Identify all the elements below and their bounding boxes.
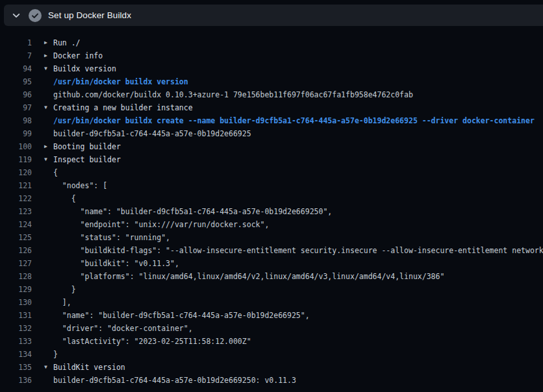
line-number[interactable]: 135 <box>0 361 32 374</box>
log-group-row[interactable]: 100▶Booting builder <box>0 140 543 153</box>
line-number[interactable]: 96 <box>0 88 32 101</box>
line-number[interactable]: 132 <box>0 322 32 335</box>
log-text: { <box>53 166 543 179</box>
line-number[interactable]: 99 <box>0 127 32 140</box>
group-label: Run ./ <box>53 36 543 49</box>
line-number[interactable]: 98 <box>0 114 32 127</box>
line-number[interactable]: 128 <box>0 270 32 283</box>
log-row: 98/usr/bin/docker buildx create --name b… <box>0 114 543 127</box>
line-number[interactable]: 123 <box>0 205 32 218</box>
log-text: "driver": "docker-container", <box>53 322 543 335</box>
gutter-spacer <box>44 374 53 387</box>
gutter-spacer <box>44 348 53 361</box>
line-number[interactable]: 94 <box>0 62 32 75</box>
log-group-row[interactable]: 97▼Creating a new builder instance <box>0 101 543 114</box>
check-circle-icon <box>29 9 42 22</box>
log-row: 120{ <box>0 166 543 179</box>
log-row: 95/usr/bin/docker buildx version <box>0 75 543 88</box>
line-number[interactable]: 7 <box>0 49 32 62</box>
gutter-spacer <box>44 231 53 244</box>
log-row: 121 "nodes": [ <box>0 179 543 192</box>
line-number[interactable]: 126 <box>0 244 32 257</box>
line-number[interactable]: 136 <box>0 374 32 387</box>
triangle-down-icon: ▼ <box>44 361 53 374</box>
log-group-row[interactable]: 94▼Buildx version <box>0 62 543 75</box>
gutter-spacer <box>44 205 53 218</box>
line-number[interactable]: 124 <box>0 218 32 231</box>
log-text: github.com/docker/buildx 0.10.3+azure-1 … <box>53 88 543 101</box>
line-number[interactable]: 133 <box>0 335 32 348</box>
gutter-spacer <box>44 218 53 231</box>
step-header[interactable]: Set up Docker Buildx <box>4 5 543 26</box>
triangle-down-icon: ▼ <box>44 153 53 166</box>
gutter-spacer <box>44 296 53 309</box>
log-text: builder-d9cfb5a1-c764-445a-a57e-0b19d2e6… <box>53 127 543 140</box>
log-row: 131 "name": "builder-d9cfb5a1-c764-445a-… <box>0 309 543 322</box>
gutter-spacer <box>44 127 53 140</box>
line-number[interactable]: 121 <box>0 179 32 192</box>
log-group-row[interactable]: 7▶Docker info <box>0 49 543 62</box>
triangle-down-icon: ▼ <box>44 101 53 114</box>
log-row: 132 "driver": "docker-container", <box>0 322 543 335</box>
line-number[interactable]: 125 <box>0 231 32 244</box>
line-number[interactable]: 122 <box>0 192 32 205</box>
step-title: Set up Docker Buildx <box>48 10 131 20</box>
log-row: 123 "name": "builder-d9cfb5a1-c764-445a-… <box>0 205 543 218</box>
log-text: "name": "builder-d9cfb5a1-c764-445a-a57e… <box>53 309 543 322</box>
log-row: 134} <box>0 348 543 361</box>
log-row: 129 } <box>0 283 543 296</box>
line-number[interactable]: 100 <box>0 140 32 153</box>
line-number[interactable]: 131 <box>0 309 32 322</box>
line-number[interactable]: 127 <box>0 257 32 270</box>
gutter-spacer <box>44 88 53 101</box>
gutter-spacer <box>44 192 53 205</box>
log-text: "buildkitd-flags": "--allow-insecure-ent… <box>53 244 543 257</box>
gutter-spacer <box>44 166 53 179</box>
log-row: 122 { <box>0 192 543 205</box>
triangle-right-icon: ▶ <box>44 140 53 153</box>
log-text: ], <box>53 296 543 309</box>
log-text: builder-d9cfb5a1-c764-445a-a57e-0b19d2e6… <box>53 374 543 387</box>
log-row: 99builder-d9cfb5a1-c764-445a-a57e-0b19d2… <box>0 127 543 140</box>
line-number[interactable]: 130 <box>0 296 32 309</box>
line-number[interactable]: 97 <box>0 101 32 114</box>
log-text: } <box>53 348 543 361</box>
log-text: "name": "builder-d9cfb5a1-c764-445a-a57e… <box>53 205 543 218</box>
log-group-row[interactable]: 1▶Run ./ <box>0 36 543 49</box>
log-text: /usr/bin/docker buildx version <box>53 75 543 88</box>
group-label: Booting builder <box>53 140 543 153</box>
gutter-spacer <box>44 335 53 348</box>
log-text: "endpoint": "unix:///var/run/docker.sock… <box>53 218 543 231</box>
log-row: 133 "lastActivity": "2023-02-25T11:58:12… <box>0 335 543 348</box>
line-number[interactable]: 129 <box>0 283 32 296</box>
triangle-right-icon: ▶ <box>44 49 53 62</box>
log-group-row[interactable]: 119▼Inspect builder <box>0 153 543 166</box>
log-text: "buildkit": "v0.11.3", <box>53 257 543 270</box>
gutter-spacer <box>44 322 53 335</box>
log-text: "status": "running", <box>53 231 543 244</box>
log-text: } <box>53 283 543 296</box>
triangle-right-icon: ▶ <box>44 36 53 49</box>
triangle-down-icon: ▼ <box>44 62 53 75</box>
gutter-spacer <box>44 270 53 283</box>
log-lines: 1▶Run ./7▶Docker info94▼Buildx version95… <box>0 36 543 387</box>
group-label: Docker info <box>53 49 543 62</box>
log-row: 126 "buildkitd-flags": "--allow-insecure… <box>0 244 543 257</box>
line-number[interactable]: 1 <box>0 36 32 49</box>
log-text: "platforms": "linux/amd64,linux/amd64/v2… <box>53 270 543 283</box>
line-number[interactable]: 119 <box>0 153 32 166</box>
line-number[interactable]: 95 <box>0 75 32 88</box>
log-row: 127 "buildkit": "v0.11.3", <box>0 257 543 270</box>
log-text: /usr/bin/docker buildx create --name bui… <box>53 114 543 127</box>
group-label: BuildKit version <box>53 361 543 374</box>
group-label: Buildx version <box>53 62 543 75</box>
line-number[interactable]: 134 <box>0 348 32 361</box>
log-row: 96github.com/docker/buildx 0.10.3+azure-… <box>0 88 543 101</box>
log-text: { <box>53 192 543 205</box>
log-group-row[interactable]: 135▼BuildKit version <box>0 361 543 374</box>
gutter-spacer <box>44 114 53 127</box>
line-number[interactable]: 120 <box>0 166 32 179</box>
gutter-spacer <box>44 179 53 192</box>
chevron-down-icon[interactable] <box>12 11 21 20</box>
log-row: 130 ], <box>0 296 543 309</box>
